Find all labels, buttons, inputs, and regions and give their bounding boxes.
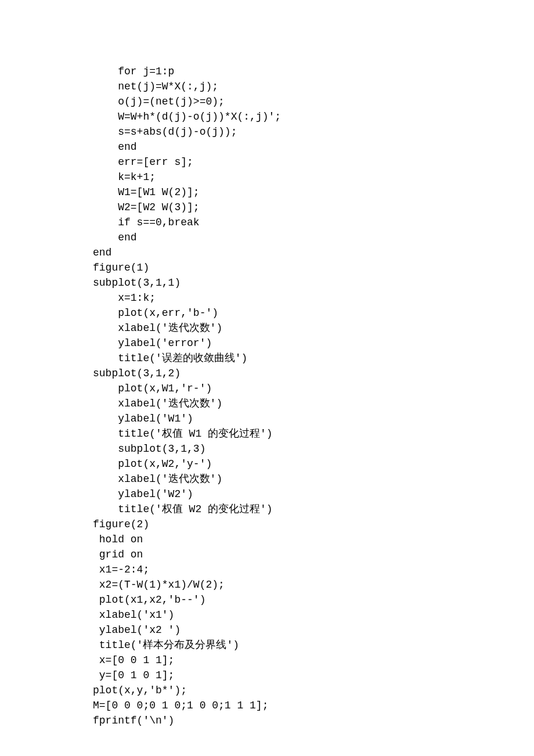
code-line: x=1:k; (93, 290, 534, 305)
code-line: end (93, 245, 534, 260)
code-line: figure(2) (93, 517, 534, 532)
code-line: plot(x,err,'b-') (93, 305, 534, 321)
code-line: err=[err s]; (93, 154, 534, 170)
code-line: hold on (93, 532, 534, 547)
code-line: ylabel('error') (93, 336, 534, 351)
code-line: k=k+1; (93, 170, 534, 185)
code-line: subplot(3,1,2) (93, 366, 534, 381)
code-line: W2=[W2 W(3)]; (93, 200, 534, 215)
code-line: xlabel('迭代次数') (93, 396, 534, 411)
code-line: plot(x,y,'b*'); (93, 683, 534, 698)
code-line: plot(x,W2,'y-') (93, 456, 534, 471)
code-line: for j=1:p (93, 64, 534, 79)
code-line: xlabel('迭代次数') (93, 471, 534, 487)
code-line: x1=-2:4; (93, 562, 534, 577)
code-line: ylabel('x2 ') (93, 622, 534, 638)
code-line: title('误差的收敛曲线') (93, 351, 534, 366)
code-line: plot(x1,x2,'b--') (93, 592, 534, 607)
code-line: title('权值 W1 的变化过程') (93, 426, 534, 441)
code-line: o(j)=(net(j)>=0); (93, 94, 534, 109)
code-line: grid on (93, 547, 534, 562)
code-line: xlabel('x1') (93, 607, 534, 622)
code-line: ylabel('W2') (93, 487, 534, 502)
code-line: xlabel('迭代次数') (93, 321, 534, 336)
code-line: x2=(T-W(1)*x1)/W(2); (93, 577, 534, 592)
code-line: if s==0,break (93, 215, 534, 230)
code-line: fprintf('\n') (93, 713, 534, 728)
code-line: title('权值 W2 的变化过程') (93, 502, 534, 517)
code-line: M=[0 0 0;0 1 0;1 0 0;1 1 1]; (93, 698, 534, 713)
code-line: x=[0 0 1 1]; (93, 653, 534, 668)
code-line: subplot(3,1,1) (93, 275, 534, 290)
code-line: figure(1) (93, 260, 534, 275)
code-page: for j=1:p net(j)=W*X(:,j); o(j)=(net(j)>… (0, 0, 534, 756)
code-line: title('样本分布及分界线') (93, 638, 534, 653)
code-line: plot(x,W1,'r-') (93, 381, 534, 396)
code-line: ylabel('W1') (93, 411, 534, 426)
code-line: W1=[W1 W(2)]; (93, 185, 534, 200)
code-line: subplot(3,1,3) (93, 441, 534, 456)
code-line: W=W+h*(d(j)-o(j))*X(:,j)'; (93, 109, 534, 124)
code-line: s=s+abs(d(j)-o(j)); (93, 124, 534, 139)
code-line: y=[0 1 0 1]; (93, 668, 534, 683)
code-line: end (93, 139, 534, 154)
code-line: net(j)=W*X(:,j); (93, 79, 534, 94)
code-line: end (93, 230, 534, 245)
